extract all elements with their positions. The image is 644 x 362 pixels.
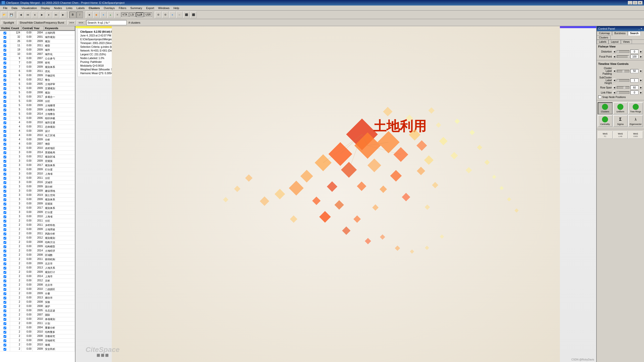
tool6-button[interactable]: ⬛ <box>190 12 197 18</box>
cell-visible[interactable] <box>0 266 10 270</box>
bold-button[interactable]: B <box>69 12 76 18</box>
cp-rowspan-right[interactable]: ▶ <box>639 86 642 89</box>
cell-visible[interactable] <box>0 257 10 261</box>
cell-visible[interactable] <box>0 343 10 347</box>
cell-visible[interactable] <box>0 133 10 138</box>
cell-visible[interactable] <box>0 304 10 308</box>
cell-visible[interactable] <box>0 292 10 296</box>
table-row[interactable]: 5 0.00 2006 组织仲裁 <box>0 116 75 121</box>
cell-visible[interactable] <box>0 334 10 338</box>
cp-focal-right[interactable]: ▶ <box>639 55 642 58</box>
table-row[interactable]: 3 0.00 2010 农村地区 <box>0 146 75 151</box>
table-row[interactable]: 2 0.00 2012 规划规划 <box>0 236 75 240</box>
menu-display[interactable]: Display <box>39 6 52 10</box>
table-row[interactable]: 5 0.00 2014 土地整合 <box>0 112 75 116</box>
cell-visible[interactable] <box>0 283 10 287</box>
cell-visible[interactable] <box>0 202 10 206</box>
circle-button[interactable]: ● <box>100 12 107 18</box>
menu-file[interactable]: File <box>1 6 10 10</box>
cp-subcluster-right[interactable]: ▶ <box>639 79 642 82</box>
table-row[interactable]: 2 0.00 2008 保护 <box>0 304 75 309</box>
table-row[interactable]: 2 0.00 2008 区域数 <box>0 253 75 257</box>
cell-visible[interactable] <box>0 95 10 99</box>
show-hide-button[interactable]: Show/Hide Citation/Frequency Burst <box>17 20 66 25</box>
kta-label[interactable]: KTA <box>121 13 129 17</box>
table-row[interactable]: 3 0.00 2019 国土空间 <box>0 193 75 198</box>
cell-visible[interactable] <box>0 215 10 219</box>
cell-visible[interactable] <box>0 279 10 283</box>
cp-rowspan-slider[interactable] <box>617 86 629 89</box>
table-row[interactable]: 4 0.00 2010 化工区域 <box>0 133 75 138</box>
table-row[interactable]: 5 0.00 2008 规划 <box>0 91 75 95</box>
spotlight-button[interactable]: Spotlight <box>1 20 16 25</box>
cell-visible[interactable] <box>0 86 10 90</box>
table-row[interactable]: 2 0.00 2012 京析 <box>0 279 75 283</box>
tool4-button[interactable]: ↔ <box>176 12 183 18</box>
table-row[interactable]: 11 0.00 2011 模型 <box>0 44 75 48</box>
cell-visible[interactable] <box>0 313 10 317</box>
tool2-button[interactable]: ⚙ <box>162 12 169 18</box>
table-row[interactable]: 3 0.00 2009 建设用地 <box>0 189 75 193</box>
cp-rowspan-left[interactable]: ◀ <box>613 86 616 89</box>
table-row[interactable]: 2 0.00 2011 风险分析 <box>0 232 75 236</box>
cell-visible[interactable] <box>0 176 10 180</box>
menu-data[interactable]: Data <box>10 6 19 10</box>
cell-visible[interactable] <box>0 219 10 223</box>
cp-sigma-btn[interactable]: Σ Sigma <box>613 115 628 127</box>
usr-label[interactable]: USR <box>144 13 152 17</box>
table-row[interactable]: 2 0.00 2009 分量 <box>0 292 75 296</box>
cell-visible[interactable] <box>0 347 10 351</box>
tool1-button[interactable]: ⚙ <box>155 12 162 18</box>
cell-visible[interactable] <box>0 300 10 304</box>
cp-tab-burstness[interactable]: Burstness <box>612 31 628 35</box>
table-row[interactable]: 5 0.00 2005 土地评审 <box>0 82 75 86</box>
cp-tab-clusters[interactable]: Clusters <box>597 35 611 39</box>
cp-wos-0365-btn[interactable]: WoS 0365 <box>628 131 643 139</box>
play-button[interactable]: ▶ <box>39 12 45 18</box>
tool3-button[interactable]: ● <box>169 12 176 18</box>
table-row[interactable]: 2 0.00 2008 结构方法 <box>0 240 75 245</box>
table-row[interactable]: 3 0.00 2009 打分度 <box>0 210 75 215</box>
cell-visible[interactable] <box>0 270 10 274</box>
cell-visible[interactable] <box>0 309 10 313</box>
cell-visible[interactable] <box>0 39 10 43</box>
table-row[interactable]: 2 0.00 2008 宗教研究 <box>0 334 75 339</box>
table-row[interactable]: 3 0.00 2014 景观格局 <box>0 151 75 155</box>
cell-visible[interactable] <box>0 330 10 334</box>
table-row[interactable]: 5 0.00 2009 土地整合 <box>0 108 75 112</box>
cp-close-icon[interactable]: ✕ <box>640 27 642 30</box>
cell-visible[interactable] <box>0 296 10 300</box>
table-row[interactable]: 3 0.00 2011 分区 <box>0 176 75 180</box>
cell-visible[interactable] <box>0 287 10 291</box>
cell-visible[interactable] <box>0 245 10 249</box>
table-row[interactable]: 3 0.00 2009 宏观策 <box>0 159 75 163</box>
cp-linkfilter-slider[interactable] <box>617 91 629 94</box>
cell-visible[interactable] <box>0 125 10 129</box>
menu-labels[interactable]: Labels <box>74 6 87 10</box>
cp-tab-colormap[interactable]: Colormap <box>597 31 612 35</box>
cell-visible[interactable] <box>0 232 10 236</box>
llr-label[interactable]: LLR <box>136 12 144 17</box>
table-row[interactable]: 2 0.00 2008 实验 <box>0 300 75 304</box>
cell-visible[interactable] <box>0 35 10 39</box>
table-row[interactable]: 6 0.00 2011 优化 <box>0 69 75 74</box>
cell-visible[interactable] <box>0 163 10 167</box>
table-row[interactable]: 2 0.00 2009 安全民积 <box>0 347 75 351</box>
menu-filters[interactable]: Filters <box>117 6 128 10</box>
table-row[interactable]: 2 0.00 2010 做规 <box>0 343 75 347</box>
cp-treerings-btn[interactable]: Tree Rings <box>628 102 643 114</box>
cell-visible[interactable] <box>0 69 10 73</box>
cp-clusters-btn[interactable]: Clusters <box>598 102 613 114</box>
table-row[interactable]: 2 0.00 2011 获得机制 <box>0 257 75 262</box>
cell-visible[interactable] <box>0 146 10 150</box>
table-row[interactable]: 2 0.00 2007 国际 <box>0 313 75 317</box>
table-row[interactable]: 2 0.00 2014 上海市 <box>0 275 75 279</box>
table-row[interactable]: 124 0.00 2004 土地利用 <box>0 31 75 35</box>
table-row[interactable]: 2 0.00 2011 乡村特色 <box>0 223 75 228</box>
table-row[interactable]: 2 0.00 2008 宗地研究 <box>0 339 75 343</box>
table-row[interactable]: 3 0.00 2009 打分度 <box>0 168 75 172</box>
cp-subcluster-left[interactable]: ◀ <box>613 79 616 82</box>
cp-subcluster-slider[interactable] <box>617 79 629 82</box>
cell-visible[interactable] <box>0 180 10 185</box>
cell-visible[interactable] <box>0 57 10 61</box>
